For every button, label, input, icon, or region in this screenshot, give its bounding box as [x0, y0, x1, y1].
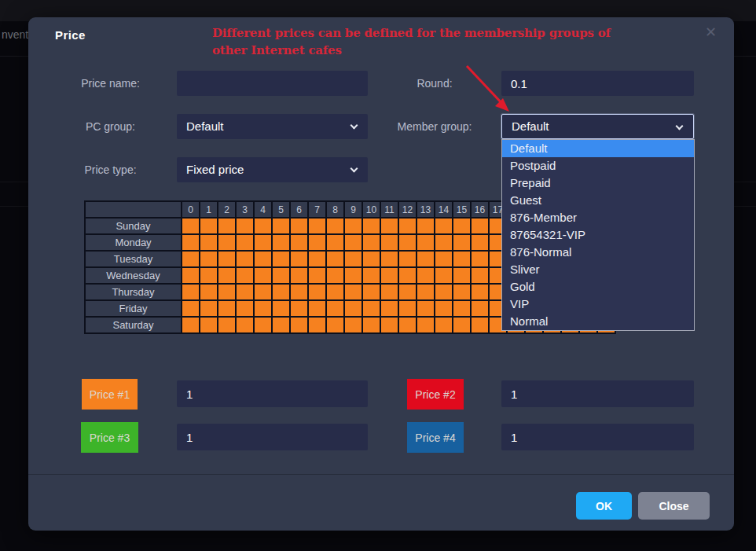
member-group-select[interactable]: Default [501, 114, 694, 139]
schedule-cell[interactable] [344, 267, 362, 284]
dropdown-option-876-member[interactable]: 876-Member [502, 209, 694, 226]
schedule-cell[interactable] [362, 267, 380, 284]
price-4-button[interactable]: Price #4 [407, 422, 464, 453]
schedule-cell[interactable] [380, 300, 398, 317]
schedule-cell[interactable] [471, 317, 489, 333]
dropdown-option-876-normal[interactable]: 876-Normal [502, 244, 694, 261]
schedule-cell[interactable] [200, 317, 218, 333]
schedule-cell[interactable] [236, 234, 254, 251]
schedule-cell[interactable] [326, 251, 344, 267]
schedule-cell[interactable] [236, 251, 254, 267]
schedule-cell[interactable] [272, 284, 290, 300]
schedule-cell[interactable] [398, 218, 417, 234]
dropdown-option-sliver[interactable]: Sliver [502, 261, 694, 278]
schedule-cell[interactable] [417, 317, 435, 333]
schedule-cell[interactable] [344, 317, 362, 333]
schedule-cell[interactable] [200, 234, 218, 251]
schedule-cell[interactable] [272, 317, 290, 333]
dropdown-option-prepaid[interactable]: Prepaid [502, 174, 694, 192]
schedule-cell[interactable] [417, 218, 435, 234]
schedule-cell[interactable] [398, 234, 417, 251]
schedule-cell[interactable] [326, 234, 344, 251]
schedule-cell[interactable] [453, 267, 471, 284]
schedule-cell[interactable] [308, 218, 326, 234]
schedule-cell[interactable] [200, 284, 218, 300]
price-1-input[interactable] [177, 380, 368, 407]
schedule-cell[interactable] [398, 300, 417, 317]
schedule-cell[interactable] [453, 284, 471, 300]
schedule-cell[interactable] [308, 317, 326, 333]
dropdown-option-postpaid[interactable]: Postpaid [502, 157, 694, 174]
schedule-cell[interactable] [380, 251, 398, 267]
schedule-cell[interactable] [182, 251, 200, 267]
schedule-cell[interactable] [200, 267, 218, 284]
schedule-cell[interactable] [380, 317, 398, 333]
schedule-cell[interactable] [471, 218, 489, 234]
schedule-cell[interactable] [398, 267, 417, 284]
schedule-cell[interactable] [308, 284, 326, 300]
schedule-cell[interactable] [254, 234, 272, 251]
dropdown-option-default[interactable]: Default [502, 140, 694, 157]
schedule-cell[interactable] [218, 218, 236, 234]
schedule-cell[interactable] [362, 317, 380, 333]
schedule-cell[interactable] [435, 251, 453, 267]
schedule-cell[interactable] [236, 284, 254, 300]
price-name-input[interactable] [177, 71, 368, 96]
schedule-cell[interactable] [236, 218, 254, 234]
schedule-cell[interactable] [290, 251, 308, 267]
schedule-cell[interactable] [308, 267, 326, 284]
schedule-cell[interactable] [272, 218, 290, 234]
schedule-cell[interactable] [471, 234, 489, 251]
price-2-input[interactable] [501, 380, 694, 407]
schedule-cell[interactable] [362, 300, 380, 317]
schedule-cell[interactable] [200, 300, 218, 317]
schedule-cell[interactable] [182, 267, 200, 284]
schedule-cell[interactable] [453, 234, 471, 251]
schedule-cell[interactable] [290, 234, 308, 251]
dropdown-option-87654321-vip[interactable]: 87654321-VIP [502, 226, 694, 244]
schedule-cell[interactable] [380, 267, 398, 284]
schedule-cell[interactable] [290, 317, 308, 333]
schedule-cell[interactable] [290, 218, 308, 234]
price-3-input[interactable] [177, 424, 368, 450]
schedule-cell[interactable] [362, 251, 380, 267]
schedule-cell[interactable] [417, 251, 435, 267]
schedule-cell[interactable] [272, 251, 290, 267]
schedule-cell[interactable] [182, 218, 200, 234]
schedule-cell[interactable] [182, 317, 200, 333]
schedule-cell[interactable] [344, 234, 362, 251]
schedule-cell[interactable] [417, 284, 435, 300]
schedule-cell[interactable] [326, 267, 344, 284]
schedule-cell[interactable] [453, 317, 471, 333]
schedule-cell[interactable] [344, 251, 362, 267]
round-input[interactable] [501, 71, 694, 96]
schedule-cell[interactable] [182, 300, 200, 317]
schedule-cell[interactable] [218, 251, 236, 267]
schedule-cell[interactable] [344, 284, 362, 300]
schedule-cell[interactable] [417, 267, 435, 284]
schedule-cell[interactable] [453, 300, 471, 317]
schedule-cell[interactable] [272, 267, 290, 284]
schedule-cell[interactable] [254, 300, 272, 317]
schedule-cell[interactable] [272, 234, 290, 251]
schedule-cell[interactable] [218, 317, 236, 333]
schedule-cell[interactable] [435, 284, 453, 300]
schedule-cell[interactable] [182, 284, 200, 300]
schedule-cell[interactable] [290, 267, 308, 284]
schedule-cell[interactable] [236, 300, 254, 317]
schedule-cell[interactable] [435, 218, 453, 234]
ok-button[interactable]: OK [576, 492, 632, 520]
schedule-cell[interactable] [380, 234, 398, 251]
dropdown-option-normal[interactable]: Normal [502, 313, 694, 330]
schedule-cell[interactable] [218, 300, 236, 317]
schedule-cell[interactable] [254, 267, 272, 284]
price-type-select[interactable]: Fixed price [177, 157, 368, 182]
schedule-cell[interactable] [290, 284, 308, 300]
schedule-cell[interactable] [417, 300, 435, 317]
dropdown-option-gold[interactable]: Gold [502, 278, 694, 296]
schedule-cell[interactable] [254, 317, 272, 333]
schedule-cell[interactable] [435, 300, 453, 317]
price-4-input[interactable] [501, 424, 694, 450]
schedule-cell[interactable] [398, 317, 417, 333]
schedule-cell[interactable] [344, 300, 362, 317]
